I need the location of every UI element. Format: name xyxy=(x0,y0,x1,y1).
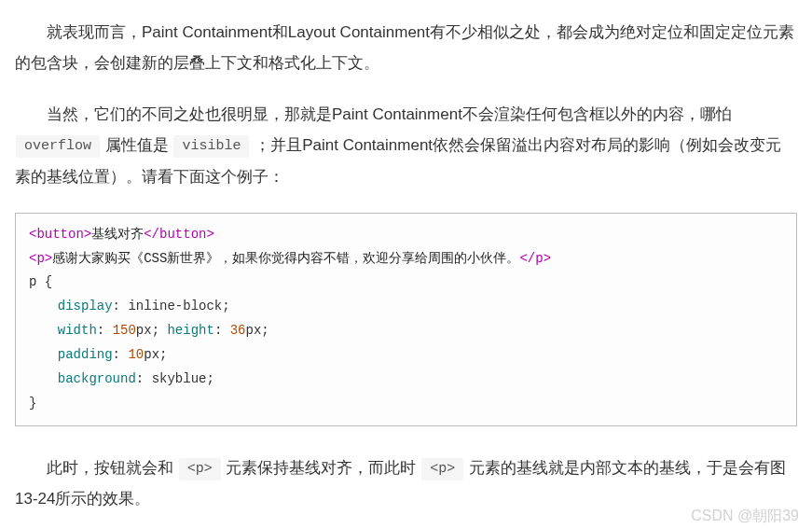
paragraph-3: 此时，按钮就会和 <p> 元素保持基线对齐，而此时 <p> 元素的基线就是内部文… xyxy=(15,452,797,514)
paragraph-3-a: 此时，按钮就会和 xyxy=(47,459,178,477)
inline-code-visible: visible xyxy=(173,135,249,158)
css-val-skyblue: skyblue xyxy=(152,371,207,386)
code-block: <button>基线对齐</button> <p>感谢大家购买《CSS新世界》，… xyxy=(15,213,797,426)
code-tag-open-p: <p> xyxy=(29,251,52,266)
css-prop-padding: padding xyxy=(58,347,113,362)
css-val-inlineblock: inline-block xyxy=(128,299,222,313)
code-text-1: 基线对齐 xyxy=(91,227,144,242)
css-num-10: 10 xyxy=(128,347,144,362)
css-prop-height: height xyxy=(159,323,214,338)
css-selector: p { xyxy=(29,274,52,289)
code-tag-open: <button> xyxy=(29,227,91,242)
code-tag-close: </button> xyxy=(144,227,214,242)
css-brace-close: } xyxy=(29,396,36,411)
paragraph-2: 当然，它们的不同之处也很明显，那就是Paint Containment不会渲染任… xyxy=(15,99,797,191)
css-prop-width: width xyxy=(58,323,97,338)
paragraph-1-text: 就表现而言，Paint Containment和Layout Containme… xyxy=(15,23,794,72)
inline-code-p-1: <p> xyxy=(179,458,221,480)
paragraph-2-a: 当然，它们的不同之处也很明显，那就是Paint Containment不会渲染任… xyxy=(47,105,732,123)
code-tag-close-p: </p> xyxy=(519,251,551,266)
inline-code-p-2: <p> xyxy=(421,458,463,480)
paragraph-1: 就表现而言，Paint Containment和Layout Containme… xyxy=(15,17,797,78)
inline-code-overflow: overflow xyxy=(16,135,100,158)
paragraph-2-b: 属性值是 xyxy=(101,136,172,154)
paragraph-3-b: 元素保持基线对齐，而此时 xyxy=(222,459,420,477)
code-text-2: 感谢大家购买《CSS新世界》，如果你觉得内容不错，欢迎分享给周围的小伙伴。 xyxy=(52,251,519,266)
css-num-36: 36 xyxy=(230,323,246,338)
css-num-150: 150 xyxy=(113,323,136,338)
css-prop-display: display xyxy=(58,299,113,313)
css-prop-background: background xyxy=(58,371,136,386)
